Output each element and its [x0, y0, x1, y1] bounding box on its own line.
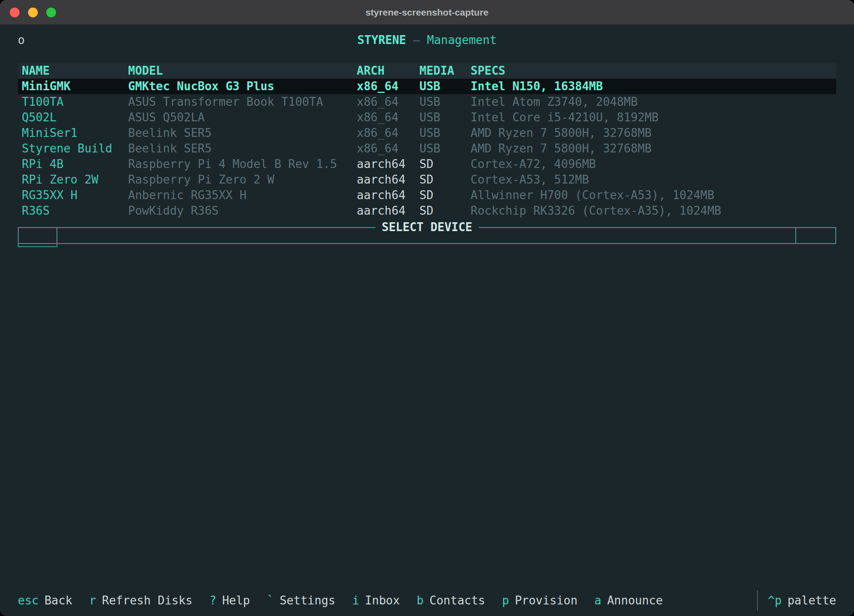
shortcut-contacts[interactable]: bContacts [417, 594, 485, 607]
header-separator: — [413, 33, 427, 47]
cell-name: Q502L [22, 110, 128, 125]
cell-arch: x86_64 [357, 79, 419, 94]
cell-model: Raspberry Pi 4 Model B Rev 1.5 [128, 156, 357, 172]
palette-shortcut-key: ^p [768, 594, 781, 607]
cell-model: Beelink SER5 [128, 141, 357, 156]
table-row[interactable]: T100TA ASUS Transformer Book T100TA x86_… [18, 94, 836, 110]
shortcut-inbox[interactable]: iInbox [352, 594, 400, 607]
column-header-arch: ARCH [357, 63, 419, 79]
shortcut-refresh-disks[interactable]: rRefresh Disks [89, 594, 193, 607]
footer-shortcuts: escBack rRefresh Disks ?Help `Settings i… [18, 594, 680, 607]
app-name: STYRENE [357, 33, 406, 47]
select-prompt-cell [18, 227, 57, 247]
cell-model: PowKiddy R36S [128, 203, 357, 219]
table-row[interactable]: Styrene Build Beelink SER5 x86_64 USB AM… [18, 141, 836, 156]
cell-specs: Intel Atom Z3740, 2048MB [471, 94, 836, 110]
close-button[interactable] [10, 8, 20, 17]
column-header-specs: SPECS [471, 63, 836, 79]
shortcut-provision[interactable]: pProvision [502, 594, 578, 607]
cell-model: ASUS Transformer Book T100TA [128, 94, 357, 110]
cell-media: USB [419, 110, 471, 125]
shortcut-settings[interactable]: `Settings [267, 594, 335, 607]
select-right-divider [795, 227, 796, 244]
cell-name: MiniSer1 [22, 125, 128, 141]
titlebar: styrene-screenshot-capture [0, 0, 854, 24]
cell-specs: AMD Ryzen 7 5800H, 32768MB [471, 125, 836, 141]
table-row[interactable]: RPi Zero 2W Raspberry Pi Zero 2 W aarch6… [18, 172, 836, 188]
cell-media: USB [419, 141, 471, 156]
cell-name: Styrene Build [22, 141, 128, 156]
cell-media: USB [419, 94, 471, 110]
header-section: Management [427, 33, 497, 47]
shortcut-back[interactable]: escBack [18, 594, 73, 607]
cell-specs: Cortex-A53, 512MB [471, 172, 836, 188]
terminal-content: o STYRENE — Management NAME MODEL ARCH M… [0, 24, 854, 616]
cell-media: SD [419, 203, 471, 219]
cell-model: Raspberry Pi Zero 2 W [128, 172, 357, 188]
table-row[interactable]: R36S PowKiddy R36S aarch64 SD Rockchip R… [18, 203, 836, 219]
cell-model: GMKtec NucBox G3 Plus [128, 79, 357, 94]
zoom-button[interactable] [46, 8, 56, 17]
column-header-model: MODEL [128, 63, 357, 79]
cell-name: MiniGMK [22, 79, 128, 94]
table-row[interactable]: RPi 4B Raspberry Pi 4 Model B Rev 1.5 aa… [18, 156, 836, 172]
app-window: styrene-screenshot-capture o STYRENE — M… [0, 0, 854, 616]
footer-divider [757, 590, 758, 611]
cell-arch: x86_64 [357, 110, 419, 125]
window-title: styrene-screenshot-capture [366, 7, 489, 18]
app-header: o STYRENE — Management [18, 32, 836, 48]
cell-arch: aarch64 [357, 172, 419, 188]
cell-specs: Cortex-A72, 4096MB [471, 156, 836, 172]
cell-specs: AMD Ryzen 7 5800H, 32768MB [471, 141, 836, 156]
cell-specs: Rockchip RK3326 (Cortex-A35), 1024MB [471, 203, 836, 219]
column-header-name: NAME [22, 63, 128, 79]
table-row[interactable]: MiniSer1 Beelink SER5 x86_64 USB AMD Ryz… [18, 125, 836, 141]
cell-media: SD [419, 156, 471, 172]
cell-arch: x86_64 [357, 141, 419, 156]
cell-model: Anbernic RG35XX H [128, 188, 357, 203]
select-device-widget: SELECT DEVICE [18, 227, 836, 248]
device-table-body: MiniGMK GMKtec NucBox G3 Plus x86_64 USB… [18, 79, 836, 219]
table-row[interactable]: MiniGMK GMKtec NucBox G3 Plus x86_64 USB… [18, 79, 836, 94]
cell-specs: Intel N150, 16384MB [471, 79, 836, 94]
cell-model: Beelink SER5 [128, 125, 357, 141]
palette-shortcut-label[interactable]: palette [787, 594, 836, 607]
shortcut-help[interactable]: ?Help [209, 594, 250, 607]
cell-media: SD [419, 188, 471, 203]
select-device-label: SELECT DEVICE [375, 220, 479, 235]
cell-name: RPi Zero 2W [22, 172, 128, 188]
cell-media: USB [419, 125, 471, 141]
cell-specs: Intel Core i5-4210U, 8192MB [471, 110, 836, 125]
cell-arch: x86_64 [357, 94, 419, 110]
cell-media: SD [419, 172, 471, 188]
cell-model: ASUS Q502LA [128, 110, 357, 125]
cell-specs: Allwinner H700 (Cortex-A53), 1024MB [471, 188, 836, 203]
device-table: NAME MODEL ARCH MEDIA SPECS MiniGMK GMKt… [18, 63, 836, 219]
cell-arch: x86_64 [357, 125, 419, 141]
cell-arch: aarch64 [357, 156, 419, 172]
cell-arch: aarch64 [357, 188, 419, 203]
spinner-icon: o [18, 32, 25, 48]
footer-right: ^p palette [757, 590, 836, 611]
cell-name: R36S [22, 203, 128, 219]
column-header-media: MEDIA [419, 63, 471, 79]
footer-bar: escBack rRefresh Disks ?Help `Settings i… [0, 585, 854, 616]
traffic-lights [10, 8, 56, 17]
cell-arch: aarch64 [357, 203, 419, 219]
cell-name: RG35XX H [22, 188, 128, 203]
shortcut-announce[interactable]: aAnnounce [594, 594, 663, 607]
cell-name: T100TA [22, 94, 128, 110]
cell-media: USB [419, 79, 471, 94]
table-row[interactable]: Q502L ASUS Q502LA x86_64 USB Intel Core … [18, 110, 836, 125]
table-header-row: NAME MODEL ARCH MEDIA SPECS [18, 63, 836, 79]
table-row[interactable]: RG35XX H Anbernic RG35XX H aarch64 SD Al… [18, 188, 836, 203]
cell-name: RPi 4B [22, 156, 128, 172]
minimize-button[interactable] [28, 8, 38, 17]
